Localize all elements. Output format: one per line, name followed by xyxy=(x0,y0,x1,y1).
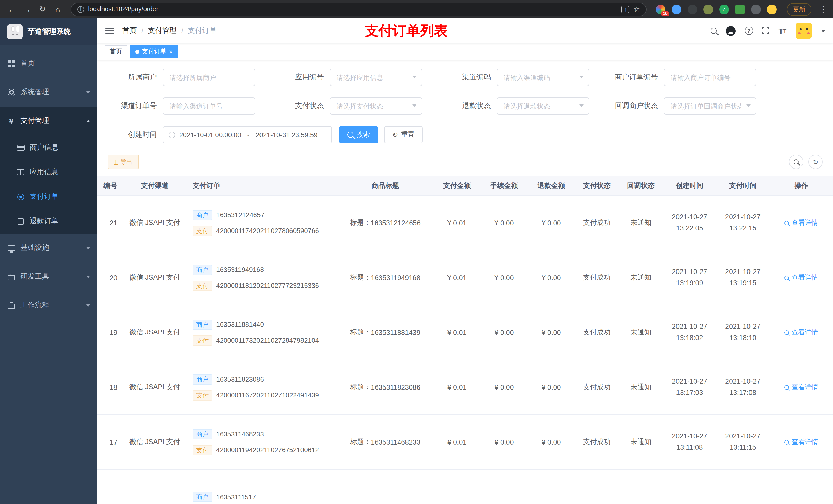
sidebar-item-system[interactable]: 系统管理 xyxy=(0,78,97,106)
gear-icon xyxy=(7,88,15,96)
pay-status-select[interactable] xyxy=(330,97,422,115)
refund-status-select[interactable] xyxy=(497,97,589,115)
cell-action: 查看详情 xyxy=(769,328,833,337)
refresh-icon[interactable]: ↻ xyxy=(808,155,823,169)
browser-back-icon[interactable]: ← xyxy=(5,3,19,16)
filter-field-notify-status: 回调商户状态 xyxy=(609,97,762,115)
breadcrumb-home[interactable]: 首页 xyxy=(122,26,137,35)
channel-order-no-input[interactable] xyxy=(163,97,255,115)
cell-notify-status: 未通知 xyxy=(619,437,663,447)
sidebar-item-pay-order[interactable]: 支付订单 xyxy=(0,184,97,209)
green-chat-extension-icon[interactable] xyxy=(735,4,745,14)
cell-created: 2021-10-2713:18:02 xyxy=(663,321,716,344)
export-button[interactable]: ↓导出 xyxy=(108,155,139,169)
pay-tag: 支付 xyxy=(193,335,212,345)
dark-pin-extension-icon[interactable] xyxy=(751,4,761,14)
cell-title: 标题：1635311949168 xyxy=(337,273,433,282)
view-detail-link[interactable]: 查看详情 xyxy=(784,328,818,337)
url-bar[interactable]: i localhost:1024/pay/order ↑ ☆ xyxy=(71,2,646,16)
cell-channel: 微信 JSAPI 支付 xyxy=(120,218,190,227)
browser-home-icon[interactable]: ⌂ xyxy=(51,3,65,16)
chevron-down-icon xyxy=(86,91,90,94)
close-icon[interactable]: × xyxy=(169,48,173,54)
cell-pay-status: 支付成功 xyxy=(575,218,619,227)
cell-title: 标题：1635311881439 xyxy=(337,328,433,337)
merchant-tag: 商户 xyxy=(193,492,212,502)
hamburger-icon[interactable] xyxy=(105,27,114,34)
toggle-search-icon[interactable] xyxy=(789,155,803,169)
share-icon[interactable]: ↑ xyxy=(622,5,629,13)
cell-action: 查看详情 xyxy=(769,383,833,392)
filter-field-app-no: 应用编号 xyxy=(275,69,428,86)
search-icon[interactable] xyxy=(710,28,716,34)
table-toolbar: ↓导出 ↻ xyxy=(97,155,833,169)
sidebar-item-home[interactable]: 首页 xyxy=(0,49,97,78)
cell-refund: ¥ 0.00 xyxy=(528,274,575,282)
sidebar-item-infra[interactable]: 基础设施 xyxy=(0,234,97,262)
merchant-tag: 商户 xyxy=(193,210,212,220)
cell-paid: 2021-10-2713:11:15 xyxy=(716,431,769,453)
search-button[interactable]: 搜索 xyxy=(339,126,378,143)
sidebar-item-refund-order[interactable]: 退款订单 xyxy=(0,209,97,234)
sidebar-item-merchant-info[interactable]: 商户信息 xyxy=(0,135,97,160)
olive-extension-icon[interactable] xyxy=(704,4,713,14)
green-check-extension-icon[interactable]: ✓ xyxy=(719,4,729,14)
table-row: 17 微信 JSAPI 支付 商户1635311468233 支付4200001… xyxy=(97,415,833,470)
filter-field-pay-status: 支付状态 xyxy=(275,97,428,115)
sidebar-item-app-info[interactable]: 应用信息 xyxy=(0,160,97,184)
channel-code-select[interactable] xyxy=(497,69,589,86)
browser-update-button[interactable]: 更新 xyxy=(787,3,811,16)
notify-status-select[interactable] xyxy=(664,97,756,115)
cell-paid: 2021-10-2713:22:15 xyxy=(716,211,769,234)
tab-home[interactable]: 首页 xyxy=(104,45,127,58)
browser-forward-icon[interactable]: → xyxy=(21,3,34,16)
cell-order: 商户1635311823086 支付4200001167202110271022… xyxy=(190,374,337,400)
reset-button[interactable]: ↻重置 xyxy=(384,126,423,143)
blue-drop-extension-icon[interactable] xyxy=(672,4,681,14)
table-header: 编号 支付渠道 支付订单 商品标题 支付金额 手续金额 退款金额 支付状态 回调… xyxy=(97,176,833,196)
active-dot xyxy=(135,49,139,53)
merchant-input[interactable] xyxy=(163,69,255,86)
url-text[interactable]: localhost:1024/pay/order xyxy=(88,6,158,13)
dark-circle-extension-icon[interactable] xyxy=(688,4,697,14)
cell-order: 商户16353111517 支付 xyxy=(190,492,337,502)
fullscreen-icon[interactable] xyxy=(762,27,769,34)
view-detail-link[interactable]: 查看详情 xyxy=(784,273,818,282)
cell-action: 查看详情 xyxy=(769,273,833,282)
sidebar-item-workflow[interactable]: 工作流程 xyxy=(0,291,97,320)
site-info-icon[interactable]: i xyxy=(77,6,84,13)
view-detail-link[interactable]: 查看详情 xyxy=(784,437,818,447)
search-icon xyxy=(784,440,789,444)
sidebar-item-dev-tools[interactable]: 研发工具 xyxy=(0,262,97,291)
tab-pay-order[interactable]: 支付订单 × xyxy=(130,45,178,58)
bookmark-star-icon[interactable]: ☆ xyxy=(634,5,640,13)
app-no-select[interactable] xyxy=(330,69,422,86)
cell-fee: ¥ 0.00 xyxy=(480,383,528,391)
cell-channel: 微信 JSAPI 支付 xyxy=(120,273,190,282)
cell-channel: 微信 JSAPI 支付 xyxy=(120,328,190,337)
help-icon[interactable]: ? xyxy=(745,27,753,35)
merchant-order-no-input[interactable] xyxy=(664,69,756,86)
cell-amount: ¥ 0.01 xyxy=(433,274,480,282)
browser-menu-icon[interactable]: ⋮ xyxy=(819,5,828,14)
col-fee: 手续金额 xyxy=(480,181,528,190)
app-title: 芋道管理系统 xyxy=(28,27,71,37)
font-size-icon[interactable]: TT xyxy=(779,26,786,35)
browser-reload-icon[interactable]: ↻ xyxy=(36,3,49,16)
page-title: 支付订单列表 xyxy=(365,22,448,40)
cell-id: 19 xyxy=(97,329,120,336)
table-row: 19 微信 JSAPI 支付 商户1635311881440 支付4200001… xyxy=(97,305,833,360)
user-avatar[interactable] xyxy=(795,23,812,39)
view-detail-link[interactable]: 查看详情 xyxy=(784,218,818,227)
pay-tag: 支付 xyxy=(193,225,212,236)
app-logo[interactable]: 芋道管理系统 xyxy=(0,19,97,45)
breadcrumb-pay[interactable]: 支付管理 xyxy=(148,26,177,35)
merchant-tag: 商户 xyxy=(193,374,212,384)
yellow-face-extension-icon[interactable] xyxy=(767,4,777,14)
create-time-range-input[interactable]: 2021-10-01 00:00:00 - 2021-10-31 23:59:5… xyxy=(163,126,332,143)
chevron-down-icon[interactable] xyxy=(821,29,825,32)
sidebar-item-payment[interactable]: ¥ 支付管理 xyxy=(0,106,97,135)
colorful-extension-icon[interactable]: 10 xyxy=(656,4,665,14)
view-detail-link[interactable]: 查看详情 xyxy=(784,383,818,392)
github-icon[interactable] xyxy=(726,26,735,35)
